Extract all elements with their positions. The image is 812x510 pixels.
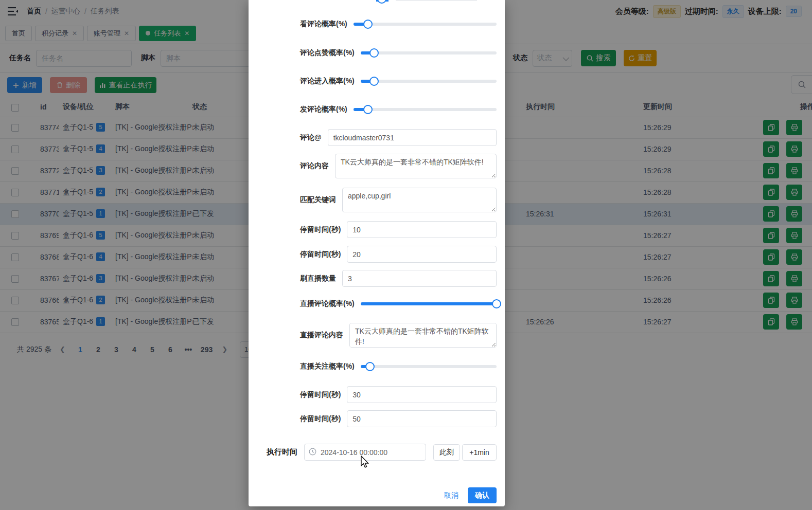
slider-handle[interactable]	[369, 77, 379, 86]
stay-time-3-input[interactable]	[347, 386, 497, 403]
confirm-button[interactable]: 确认	[468, 487, 497, 503]
field-label: 停留时间(秒)	[300, 390, 341, 399]
form-row-stay-time-3: 停留时间(秒)	[249, 386, 505, 403]
live-comment-rate-slider[interactable]	[361, 299, 497, 308]
slider-handle[interactable]	[363, 105, 373, 114]
modal-footer: 取消 确认	[249, 487, 505, 503]
field-label: 评论内容	[300, 161, 329, 171]
stay-time-2-input[interactable]	[347, 246, 497, 263]
form-row-stay-time-4: 停留时间(秒)	[249, 410, 505, 427]
form-row-post-comment-rate: 发评论概率(%)	[249, 105, 505, 114]
field-label: 执行时间	[267, 447, 297, 457]
form-row-comment-like-rate: 评论点赞概率(%)	[249, 48, 505, 58]
now-button[interactable]: 此刻	[433, 444, 460, 461]
slider-fill	[361, 302, 497, 305]
field-label: 直播关注概率(%)	[300, 362, 355, 371]
form-row-comment-enter-rate: 评论进入概率(%)	[249, 77, 505, 86]
field-label: 评论@	[300, 133, 322, 142]
field-label: 停留时间(秒)	[300, 225, 341, 234]
slider-handle[interactable]	[365, 362, 375, 371]
field-label: 匹配关键词	[300, 195, 336, 205]
form-row-live-comment-rate: 直播评论概率(%)	[249, 299, 505, 308]
slider-handle[interactable]	[377, 0, 386, 4]
form-row-comment-at: 评论@	[249, 129, 505, 146]
stay-time-1-input[interactable]	[347, 221, 497, 238]
live-comment-textarea[interactable]: TK云大师真的是一套非常不错的TK矩阵软件!	[349, 323, 497, 348]
slider-handle[interactable]	[369, 48, 379, 58]
keywords-textarea[interactable]: apple,cup,girl	[342, 188, 497, 212]
exec-time-input[interactable]	[304, 444, 426, 461]
field-label: 看评论概率(%)	[300, 20, 347, 29]
field-label: 评论点赞概率(%)	[300, 48, 355, 58]
comment-like-rate-slider[interactable]	[361, 48, 497, 58]
form-row-live-comment-content: 直播评论内容 TK云大师真的是一套非常不错的TK矩阵软件!	[249, 323, 505, 348]
comment-enter-rate-slider[interactable]	[361, 77, 497, 86]
slider-track	[361, 51, 497, 54]
plus-1min-button[interactable]: +1min	[462, 444, 497, 461]
slider-track	[354, 23, 497, 26]
slider-handle[interactable]	[492, 299, 501, 308]
slider-track	[396, 0, 477, 1]
field-label: 停留时间(秒)	[300, 414, 341, 424]
slider-track	[361, 80, 497, 83]
field-label: 评论进入概率(%)	[300, 77, 355, 86]
live-follow-rate-slider[interactable]	[361, 362, 497, 371]
watch-comment-rate-slider[interactable]	[354, 20, 497, 29]
post-comment-rate-slider[interactable]	[354, 105, 497, 114]
slider-handle[interactable]	[363, 20, 373, 29]
comment-content-textarea[interactable]: TK云大师真的是一套非常不错的TK矩阵软件!	[335, 154, 497, 178]
form-row-comment-content: 评论内容 TK云大师真的是一套非常不错的TK矩阵软件!	[249, 154, 505, 178]
cancel-button[interactable]: 取消	[444, 491, 458, 500]
field-label: 停留时间(秒)	[300, 250, 341, 259]
field-label: 直播评论概率(%)	[300, 299, 355, 308]
slider-track	[354, 108, 497, 111]
task-edit-modal: 看评论概率(%) 评论点赞概率(%) 评论进入概率(%) 发评论概率(%) 评论…	[249, 0, 505, 506]
form-row-keywords: 匹配关键词 apple,cup,girl	[249, 188, 505, 212]
form-row-stay-time-2: 停留时间(秒)	[249, 246, 505, 263]
field-label: 发评论概率(%)	[300, 105, 347, 114]
app-screen: 首页 / 运营中心 / 任务列表 会员等级: 高级版 过期时间: 永久 设备上限…	[0, 0, 812, 510]
form-row-live-count: 刷直播数量	[249, 270, 505, 287]
stay-time-4-input[interactable]	[347, 410, 497, 427]
form-row-stay-time-1: 停留时间(秒)	[249, 221, 505, 238]
field-label: 直播评论内容	[300, 331, 343, 340]
slider-track	[361, 365, 497, 368]
live-count-input[interactable]	[342, 270, 497, 287]
comment-at-input[interactable]	[328, 129, 497, 146]
form-row-watch-comment-rate: 看评论概率(%)	[249, 20, 505, 29]
form-row-exec-time: 执行时间 此刻 +1min	[249, 444, 505, 461]
field-label: 刷直播数量	[300, 274, 336, 283]
clock-icon	[309, 448, 316, 456]
form-row-live-follow-rate: 直播关注概率(%)	[249, 362, 505, 371]
